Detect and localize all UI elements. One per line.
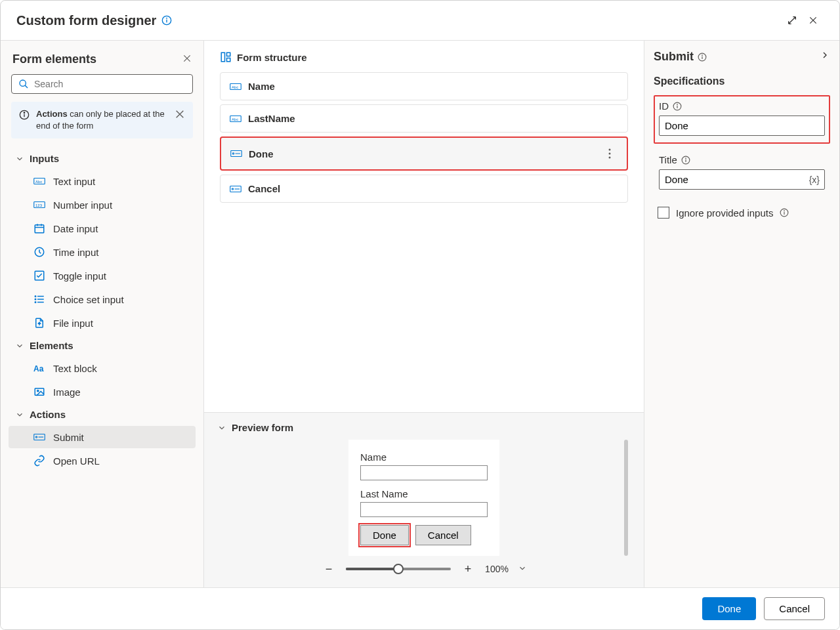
svg-point-48	[702, 54, 702, 55]
zoom-in-button[interactable]: +	[460, 561, 476, 577]
title-label: Title	[659, 154, 677, 165]
structure-row-done[interactable]: Done	[220, 136, 628, 171]
svg-point-54	[685, 158, 686, 158]
item-date-input[interactable]: Date input	[9, 217, 196, 240]
choice-set-icon	[33, 293, 45, 305]
info-icon[interactable]	[673, 102, 682, 111]
date-input-icon	[33, 222, 45, 234]
search-field[interactable]	[34, 79, 186, 89]
info-alert: Actions can only be placed at the end of…	[11, 102, 193, 138]
structure-row-cancel[interactable]: Cancel	[220, 175, 628, 203]
info-icon[interactable]	[161, 15, 172, 26]
id-input[interactable]	[659, 116, 825, 136]
preview-input-name[interactable]	[360, 465, 488, 480]
search-input[interactable]	[11, 74, 193, 94]
preview-cancel-button[interactable]: Cancel	[415, 525, 471, 545]
dialog-title: Custom form designer	[16, 13, 156, 28]
preview-scrollbar[interactable]	[624, 440, 628, 556]
title-input[interactable]	[659, 169, 825, 190]
svg-text:Abc: Abc	[232, 117, 238, 121]
svg-text:123: 123	[35, 203, 43, 207]
svg-point-38	[232, 153, 234, 154]
svg-rect-32	[227, 58, 230, 62]
alert-close-icon[interactable]	[175, 108, 185, 119]
item-text-block[interactable]: Aa Text block	[9, 357, 196, 379]
done-button[interactable]: Done	[702, 597, 756, 620]
svg-point-57	[784, 211, 785, 211]
structure-row-lastname[interactable]: Abc LastName	[220, 104, 628, 133]
dialog-header: Custom form designer	[1, 1, 839, 41]
item-file-input[interactable]: File input	[9, 312, 196, 334]
item-text-input[interactable]: Abc Text input	[9, 170, 196, 192]
svg-text:Abc: Abc	[35, 180, 42, 184]
preview-done-button[interactable]: Done	[360, 525, 409, 545]
toggle-input-icon	[33, 270, 45, 282]
preview-area: Preview form Name Last Name Done Cancel	[204, 412, 644, 587]
svg-rect-30	[221, 52, 224, 62]
item-toggle-input[interactable]: Toggle input	[9, 264, 196, 287]
fx-token-icon[interactable]: {x}	[809, 175, 820, 185]
submit-icon	[33, 431, 45, 443]
svg-point-3	[20, 80, 26, 86]
item-submit[interactable]: Submit	[9, 426, 196, 448]
title-field-box: Title {x}	[654, 149, 830, 198]
item-number-input[interactable]: 123 Number input	[9, 194, 196, 216]
file-input-icon	[33, 317, 45, 329]
text-block-icon: Aa	[33, 362, 45, 374]
properties-panel: Submit Specifications ID	[644, 41, 839, 587]
svg-line-4	[25, 85, 28, 88]
group-actions[interactable]: Actions	[9, 404, 196, 425]
info-icon[interactable]	[780, 208, 789, 217]
info-icon[interactable]	[698, 52, 707, 62]
close-panel-icon[interactable]	[182, 54, 192, 65]
info-icon[interactable]	[681, 156, 690, 165]
item-choice-set-input[interactable]: Choice set input	[9, 288, 196, 310]
panel-title: Submit	[654, 50, 694, 64]
svg-text:Abc: Abc	[232, 85, 238, 89]
svg-rect-31	[227, 52, 230, 56]
preview-header[interactable]: Preview form	[217, 422, 631, 433]
collapse-panel-icon[interactable]	[820, 50, 830, 64]
svg-point-7	[24, 112, 24, 113]
id-label: ID	[659, 100, 669, 112]
svg-point-22	[35, 299, 36, 301]
svg-point-21	[35, 296, 36, 297]
zoom-out-button[interactable]: −	[321, 561, 337, 577]
svg-point-42	[609, 157, 611, 159]
svg-point-51	[677, 104, 677, 104]
zoom-chevron-icon[interactable]	[518, 564, 527, 575]
text-input-icon: Abc	[230, 114, 242, 123]
text-input-icon: Abc	[230, 82, 242, 91]
zoom-slider[interactable]	[346, 568, 451, 570]
sidebar-title: Form elements	[12, 52, 96, 66]
item-open-url[interactable]: Open URL	[9, 450, 196, 472]
submit-icon	[230, 184, 242, 194]
cancel-button[interactable]: Cancel	[764, 597, 825, 620]
svg-point-44	[232, 188, 233, 189]
svg-point-28	[35, 436, 37, 438]
ignore-inputs-checkbox[interactable]	[658, 207, 669, 219]
kebab-icon[interactable]	[602, 146, 618, 161]
svg-point-2	[167, 18, 167, 18]
svg-point-40	[609, 149, 611, 151]
svg-text:Aa: Aa	[33, 364, 44, 373]
text-input-icon: Abc	[33, 175, 45, 187]
open-url-icon	[33, 455, 45, 467]
item-time-input[interactable]: Time input	[9, 241, 196, 263]
svg-rect-12	[35, 225, 44, 233]
structure-title: Form structure	[237, 52, 307, 63]
svg-point-41	[609, 153, 611, 155]
expand-icon[interactable]	[782, 10, 803, 31]
time-input-icon	[33, 246, 45, 258]
close-icon[interactable]	[803, 10, 824, 31]
structure-row-name[interactable]: Abc Name	[220, 72, 628, 100]
preview-input-lastname[interactable]	[360, 502, 488, 517]
item-image[interactable]: Image	[9, 381, 196, 403]
form-structure-area: Form structure Abc Name Abc LastName Don…	[204, 41, 644, 412]
svg-point-26	[37, 390, 39, 392]
id-field-box: ID	[654, 95, 830, 144]
group-elements[interactable]: Elements	[9, 335, 196, 356]
group-inputs[interactable]: Inputs	[9, 148, 196, 169]
number-input-icon: 123	[33, 199, 45, 211]
submit-icon	[230, 149, 242, 158]
